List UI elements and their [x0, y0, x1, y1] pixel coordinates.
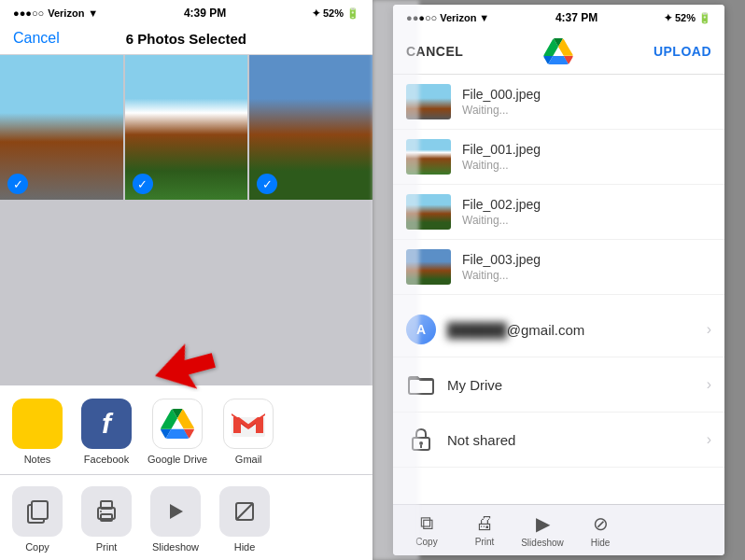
my-drive-label: My Drive	[447, 377, 696, 393]
file-status-0: Waiting...	[462, 104, 711, 117]
file-item-0: File_000.jpeg Waiting...	[393, 75, 724, 130]
bottom-print-icon: 🖨	[475, 512, 494, 534]
my-drive-chevron-icon: ›	[707, 376, 711, 393]
slideshow-label: Slideshow	[152, 541, 199, 553]
photo-cell-3[interactable]: ✓	[249, 55, 372, 200]
bluetooth-icon: ✦	[312, 7, 320, 20]
right-wifi-icon: ▼	[479, 12, 489, 23]
hide-label: Hide	[234, 541, 256, 553]
cancel-button[interactable]: Cancel	[13, 30, 60, 47]
email-suffix: @gmail.com	[507, 322, 585, 338]
share-apps-row: Notes f Facebook	[0, 385, 372, 475]
right-phone-inner: ●●●○○ Verizon ▼ 4:37 PM ✦ 52% 🔋 CANCEL	[393, 5, 724, 555]
copy-label: Copy	[25, 541, 49, 553]
share-app-gdrive[interactable]: Google Drive	[148, 399, 207, 465]
photo-cell-1[interactable]: ✓	[0, 55, 123, 200]
file-status-1: Waiting...	[462, 159, 711, 172]
share-app-notes[interactable]: Notes	[9, 399, 65, 465]
file-item-2: File_002.jpeg Waiting...	[393, 185, 724, 240]
file-name-3: File_003.jpeg	[462, 252, 711, 267]
right-bottom-bar: ⧉ Copy 🖨 Print ▶ Slideshow ⊘ Hide	[393, 504, 724, 555]
share-actions-row: Copy Print	[0, 475, 372, 560]
account-email-row[interactable]: A ██████@gmail.com ›	[393, 302, 724, 357]
gdrive-label: Google Drive	[148, 454, 207, 465]
signal-dots: ●●●○○	[13, 7, 44, 19]
file-name-1: File_001.jpeg	[462, 142, 711, 157]
action-slideshow[interactable]: Slideshow	[148, 486, 204, 553]
action-copy[interactable]: Copy	[9, 486, 65, 553]
right-battery-icon: 🔋	[698, 12, 711, 24]
carrier-name: Verizon	[48, 7, 84, 19]
svg-line-11	[236, 503, 253, 520]
file-name-0: File_000.jpeg	[462, 87, 711, 102]
slideshow-icon	[150, 486, 201, 537]
notes-icon	[12, 399, 63, 449]
bottom-hide-label: Hide	[591, 538, 611, 548]
gmail-label: Gmail	[235, 454, 262, 465]
notes-label: Notes	[24, 454, 51, 465]
copy-icon	[12, 486, 63, 537]
share-app-gmail[interactable]: Gmail	[220, 399, 276, 465]
left-right-status: ✦ 52% 🔋	[312, 7, 359, 20]
battery-icon: 🔋	[346, 7, 359, 20]
file-status-3: Waiting...	[462, 269, 711, 282]
left-phone: ●●●○○ Verizon ▼ 4:39 PM ✦ 52% 🔋 Cancel 6…	[0, 0, 372, 560]
action-hide[interactable]: Hide	[217, 486, 273, 553]
photo-cell-2[interactable]: ✓	[125, 55, 248, 200]
left-status-bar: ●●●○○ Verizon ▼ 4:39 PM ✦ 52% 🔋	[0, 0, 372, 24]
screens-container: ●●●○○ Verizon ▼ 4:39 PM ✦ 52% 🔋 Cancel 6…	[0, 0, 745, 560]
upload-button[interactable]: UPLOAD	[654, 44, 711, 59]
check-badge-3: ✓	[257, 174, 277, 194]
bottom-slideshow-label: Slideshow	[521, 538, 564, 548]
nav-title: 6 Photos Selected	[126, 31, 246, 47]
check-badge-2: ✓	[133, 174, 153, 194]
my-drive-row[interactable]: My Drive ›	[393, 357, 724, 413]
account-email-text: ██████@gmail.com	[447, 322, 696, 338]
upload-nav: CANCEL UPLOAD	[393, 29, 724, 75]
gdrive-nav-icon	[543, 38, 573, 64]
file-list: File_000.jpeg Waiting... File_001.jpeg W…	[393, 75, 724, 295]
svg-point-8	[100, 511, 102, 512]
check-badge-1: ✓	[7, 174, 28, 194]
battery-level: 52%	[323, 7, 344, 19]
gmail-icon	[223, 399, 274, 449]
email-blurred: ██████	[447, 322, 507, 338]
account-chevron-icon: ›	[707, 321, 711, 338]
not-shared-chevron-icon: ›	[707, 431, 711, 448]
left-time: 4:39 PM	[184, 7, 226, 20]
print-icon	[81, 486, 132, 537]
left-carrier-group: ●●●○○ Verizon ▼	[13, 7, 98, 19]
bottom-print-label: Print	[475, 537, 495, 547]
file-name-2: File_002.jpeg	[462, 197, 711, 212]
file-item-1: File_001.jpeg Waiting...	[393, 130, 724, 185]
gdrive-icon	[152, 399, 203, 449]
svg-rect-4	[32, 501, 48, 519]
right-carrier: Verizon	[440, 12, 476, 23]
share-app-facebook[interactable]: f Facebook	[78, 399, 134, 465]
account-section: A ██████@gmail.com › My Drive ›	[393, 302, 724, 468]
action-print[interactable]: Print	[78, 486, 134, 553]
not-shared-row[interactable]: Not shared ›	[393, 413, 724, 468]
facebook-label: Facebook	[84, 454, 129, 465]
right-bluetooth-icon: ✦	[664, 12, 672, 24]
photos-grid: ✓ ✓ ✓	[0, 55, 372, 385]
svg-marker-9	[170, 504, 183, 519]
hide-icon	[219, 486, 270, 537]
left-nav-bar: Cancel 6 Photos Selected	[0, 24, 372, 55]
not-shared-label: Not shared	[447, 432, 696, 448]
bottom-print[interactable]: 🖨 Print	[460, 512, 509, 548]
right-time: 4:37 PM	[555, 11, 597, 24]
facebook-icon: f	[81, 399, 132, 449]
svg-rect-2	[232, 411, 265, 416]
bottom-copy-icon: ⧉	[420, 512, 433, 534]
right-status-bar: ●●●○○ Verizon ▼ 4:37 PM ✦ 52% 🔋	[393, 5, 724, 29]
print-label: Print	[96, 541, 118, 553]
right-phone: ●●●○○ Verizon ▼ 4:37 PM ✦ 52% 🔋 CANCEL	[372, 0, 745, 560]
bottom-hide[interactable]: ⊘ Hide	[576, 512, 625, 548]
bottom-slideshow-icon: ▶	[536, 512, 550, 535]
bottom-hide-icon: ⊘	[593, 512, 609, 535]
bottom-slideshow[interactable]: ▶ Slideshow	[518, 512, 567, 548]
svg-point-14	[419, 441, 423, 445]
right-battery: 52%	[675, 12, 696, 23]
file-item-3: File_003.jpeg Waiting...	[393, 240, 724, 295]
